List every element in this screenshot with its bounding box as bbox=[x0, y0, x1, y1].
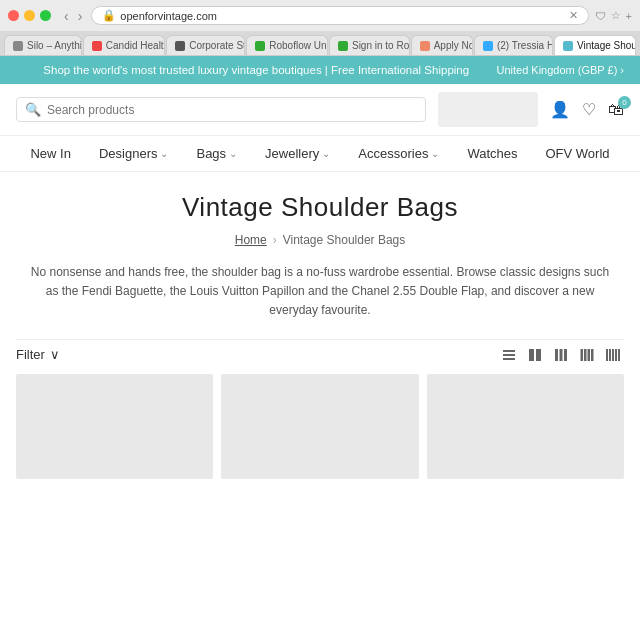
four-col-view-icon bbox=[580, 348, 594, 362]
svg-rect-3 bbox=[529, 349, 534, 361]
cart-icon[interactable]: 🛍 0 bbox=[608, 101, 624, 119]
page-title: Vintage Shoulder Bags bbox=[16, 192, 624, 223]
breadcrumb-current: Vintage Shoulder Bags bbox=[283, 233, 406, 247]
breadcrumb-separator: › bbox=[273, 233, 277, 247]
search-icon: 🔍 bbox=[25, 102, 41, 117]
lock-icon: 🔒 bbox=[102, 9, 116, 22]
nav-item-jewellery[interactable]: Jewellery ⌄ bbox=[265, 146, 330, 161]
traffic-lights bbox=[8, 10, 51, 21]
svg-rect-1 bbox=[503, 354, 515, 356]
svg-rect-0 bbox=[503, 350, 515, 352]
filter-button[interactable]: Filter ∨ bbox=[16, 347, 60, 362]
star-icon[interactable]: ☆ bbox=[611, 9, 621, 22]
dropdown-arrow-icon: ⌄ bbox=[229, 148, 237, 159]
region-label: United Kingdom (GBP £) bbox=[496, 64, 617, 76]
product-card[interactable] bbox=[427, 374, 624, 479]
list-view-icon bbox=[502, 348, 516, 362]
site-nav: New In Designers ⌄ Bags ⌄ Jewellery ⌄ Ac… bbox=[0, 136, 640, 172]
dropdown-arrow-icon: ⌄ bbox=[431, 148, 439, 159]
svg-rect-6 bbox=[560, 349, 563, 361]
close-tab-icon[interactable]: ✕ bbox=[569, 9, 578, 22]
nav-item-designers[interactable]: Designers ⌄ bbox=[99, 146, 169, 161]
nav-buttons: ‹ › bbox=[61, 8, 85, 24]
svg-rect-2 bbox=[503, 358, 515, 360]
tab-label: Silo – Anything... bbox=[27, 40, 82, 51]
maximize-window-button[interactable] bbox=[40, 10, 51, 21]
shield-icon: 🛡 bbox=[595, 10, 606, 22]
region-chevron-icon: › bbox=[620, 64, 624, 76]
view-3col-button[interactable] bbox=[550, 346, 572, 364]
tab-label: Sign in to Robof... bbox=[352, 40, 410, 51]
svg-rect-12 bbox=[606, 349, 608, 361]
products-toolbar: Filter ∨ bbox=[16, 339, 624, 374]
product-grid bbox=[16, 374, 624, 479]
browser-tabs: Silo – Anything... ✕ Candid Health O... … bbox=[0, 31, 640, 55]
svg-rect-5 bbox=[555, 349, 558, 361]
tab-candid[interactable]: Candid Health O... ✕ bbox=[83, 35, 165, 55]
tab-apply[interactable]: Apply Now ✕ bbox=[411, 35, 473, 55]
tab-label: Candid Health O... bbox=[106, 40, 165, 51]
account-icon[interactable]: 👤 bbox=[550, 100, 570, 119]
browser-chrome: ‹ › 🔒 openforvintage.com ✕ 🛡 ☆ + Silo – … bbox=[0, 0, 640, 56]
tab-label: Apply Now bbox=[434, 40, 473, 51]
svg-rect-15 bbox=[615, 349, 617, 361]
minimize-window-button[interactable] bbox=[24, 10, 35, 21]
svg-rect-4 bbox=[536, 349, 541, 361]
view-2col-button[interactable] bbox=[524, 346, 546, 364]
svg-rect-16 bbox=[618, 349, 620, 361]
forward-button[interactable]: › bbox=[75, 8, 86, 24]
page-description: No nonsense and hands free, the shoulder… bbox=[30, 263, 610, 321]
site-content: Shop the world's most trusted luxury vin… bbox=[0, 56, 640, 495]
svg-rect-13 bbox=[609, 349, 611, 361]
nav-label: Accessories bbox=[358, 146, 428, 161]
nav-item-ofv-world[interactable]: OFV World bbox=[545, 146, 609, 161]
product-card[interactable] bbox=[16, 374, 213, 479]
browser-titlebar: ‹ › 🔒 openforvintage.com ✕ 🛡 ☆ + bbox=[0, 0, 640, 31]
tab-corporate[interactable]: Corporate Strat... ✕ bbox=[166, 35, 245, 55]
view-4col-button[interactable] bbox=[576, 346, 598, 364]
address-bar[interactable]: 🔒 openforvintage.com ✕ bbox=[91, 6, 588, 25]
svg-rect-8 bbox=[581, 349, 584, 361]
nav-item-new-in[interactable]: New In bbox=[30, 146, 70, 161]
tab-tressia[interactable]: (2) Tressia Hob... ✕ bbox=[474, 35, 553, 55]
tab-vintage-shoulder[interactable]: Vintage Shoulde... ✕ bbox=[554, 35, 636, 55]
nav-item-bags[interactable]: Bags ⌄ bbox=[196, 146, 237, 161]
view-5col-button[interactable] bbox=[602, 346, 624, 364]
svg-rect-9 bbox=[584, 349, 587, 361]
tab-label: Corporate Strat... bbox=[189, 40, 245, 51]
region-selector[interactable]: United Kingdom (GBP £) › bbox=[496, 64, 624, 76]
tab-label: Vintage Shoulde... bbox=[577, 40, 636, 51]
close-window-button[interactable] bbox=[8, 10, 19, 21]
svg-rect-14 bbox=[612, 349, 614, 361]
svg-rect-10 bbox=[588, 349, 591, 361]
nav-label: Watches bbox=[467, 146, 517, 161]
five-col-view-icon bbox=[606, 348, 620, 362]
two-col-view-icon bbox=[528, 348, 542, 362]
nav-label: New In bbox=[30, 146, 70, 161]
logo bbox=[438, 92, 538, 127]
tab-silo[interactable]: Silo – Anything... ✕ bbox=[4, 35, 82, 55]
promo-text: Shop the world's most trusted luxury vin… bbox=[16, 64, 496, 76]
nav-label: Designers bbox=[99, 146, 158, 161]
product-card[interactable] bbox=[221, 374, 418, 479]
cart-badge: 0 bbox=[618, 96, 631, 109]
svg-rect-7 bbox=[564, 349, 567, 361]
add-tab-icon[interactable]: + bbox=[626, 10, 632, 22]
svg-rect-11 bbox=[591, 349, 594, 361]
back-button[interactable]: ‹ bbox=[61, 8, 72, 24]
wishlist-icon[interactable]: ♡ bbox=[582, 100, 596, 119]
filter-chevron-icon: ∨ bbox=[50, 347, 60, 362]
breadcrumb-home-link[interactable]: Home bbox=[235, 233, 267, 247]
nav-item-watches[interactable]: Watches bbox=[467, 146, 517, 161]
url-text: openforvintage.com bbox=[120, 10, 217, 22]
filter-label: Filter bbox=[16, 347, 45, 362]
search-input[interactable] bbox=[47, 103, 417, 117]
tab-roboflow[interactable]: Roboflow Univer... ✕ bbox=[246, 35, 328, 55]
three-col-view-icon bbox=[554, 348, 568, 362]
nav-item-accessories[interactable]: Accessories ⌄ bbox=[358, 146, 439, 161]
view-list-button[interactable] bbox=[498, 346, 520, 364]
tab-signin-roboflow[interactable]: Sign in to Robof... ✕ bbox=[329, 35, 410, 55]
nav-label: Bags bbox=[196, 146, 226, 161]
view-options bbox=[498, 346, 624, 364]
promo-banner: Shop the world's most trusted luxury vin… bbox=[0, 56, 640, 84]
